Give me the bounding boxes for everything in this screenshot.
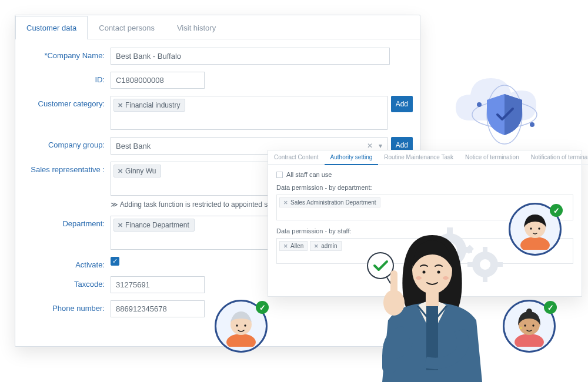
activate-label: Activate: [22,257,111,269]
svg-point-21 [244,324,246,326]
company-group-label: Company group: [22,137,111,149]
check-badge-icon: ✓ [550,204,563,217]
department-label: Department: [22,216,111,228]
svg-point-41 [383,290,405,316]
tag-label: Finance Department [125,221,189,229]
svg-point-30 [532,324,534,326]
chevron-down-icon[interactable]: ▾ [379,142,382,150]
sales-rep-label: Sales representative : [22,162,111,174]
tag-label: Financial industry [125,101,180,109]
svg-point-3 [530,122,534,127]
user-avatar-illustration: ✓ [215,300,268,353]
check-badge-icon: ✓ [256,301,269,314]
tag-label: Sales Administration Department [290,199,376,206]
tag-label: Ginny Wu [125,167,156,175]
svg-point-20 [236,324,238,326]
close-icon[interactable]: ✕ [118,167,123,175]
add-category-button[interactable]: Add [391,96,413,112]
sales-rep-tag[interactable]: ✕Ginny Wu [113,165,161,177]
svg-point-36 [423,271,426,274]
id-label: ID: [22,72,111,84]
sales-rep-note: Adding task function is restricted to ap… [111,198,273,209]
close-icon[interactable]: ✕ [118,222,123,229]
svg-point-28 [526,309,532,314]
check-badge-icon: ✓ [544,301,557,314]
tab-routine-maintenance[interactable]: Routine Maintenance Task [378,150,459,165]
tab-customer-data[interactable]: Customer data [15,16,88,39]
svg-point-24 [530,227,532,229]
user-avatar-illustration: ✓ [509,203,562,256]
id-field[interactable] [111,72,205,89]
user-avatar-illustration: ✓ [503,300,556,353]
category-tagbox[interactable]: ✕Financial industry [111,96,387,130]
svg-point-31 [520,327,522,329]
svg-point-38 [416,276,422,280]
tag-label: admin [321,243,337,249]
close-icon[interactable]: ✕ [118,102,123,109]
staff-permission-tag[interactable]: ✕Allen [279,241,308,251]
tab-contract-content[interactable]: Contract Content [268,150,325,165]
all-staff-label: All staff can use [286,171,332,178]
company-group-value: Best Bank [116,142,151,150]
department-permission-tag[interactable]: ✕Sales Administration Department [279,197,380,207]
category-label: Customer category: [22,96,111,108]
svg-point-29 [524,324,526,326]
tab-visit-history[interactable]: Visit history [166,16,227,39]
tab-authority-setting[interactable]: Authority setting [325,150,379,165]
taxcode-field[interactable] [111,276,205,293]
svg-point-26 [514,334,544,347]
all-staff-checkbox[interactable] [276,172,283,178]
close-icon[interactable]: ✕ [283,200,288,206]
primary-tabs: Customer data Contact persons Visit hist… [15,15,420,39]
businesswoman-illustration [347,220,506,382]
svg-point-22 [520,237,550,250]
by-department-label: Data permission - by department: [276,184,573,191]
company-name-label: *Company Name: [22,48,111,60]
staff-permission-tag[interactable]: ✕admin [310,241,341,251]
activate-checkbox[interactable]: ✓ [111,257,119,266]
close-icon[interactable]: ✕ [283,243,288,249]
close-icon[interactable]: ✕ [314,243,319,249]
svg-point-25 [538,227,540,229]
clear-icon[interactable]: ✕ [367,142,373,150]
phone-label: Phone number: [22,300,111,313]
taxcode-label: Taxcode: [22,276,111,289]
svg-point-2 [477,102,482,107]
svg-point-18 [226,334,256,347]
svg-point-37 [437,271,440,274]
phone-field[interactable] [111,300,205,317]
company-name-field[interactable] [111,48,390,65]
department-tag[interactable]: ✕Finance Department [113,219,195,232]
cloud-shield-illustration [453,71,556,153]
tab-contact-persons[interactable]: Contact persons [88,16,166,39]
tag-label: Allen [290,243,303,249]
category-tag[interactable]: ✕Financial industry [113,99,185,112]
svg-point-39 [443,276,449,280]
